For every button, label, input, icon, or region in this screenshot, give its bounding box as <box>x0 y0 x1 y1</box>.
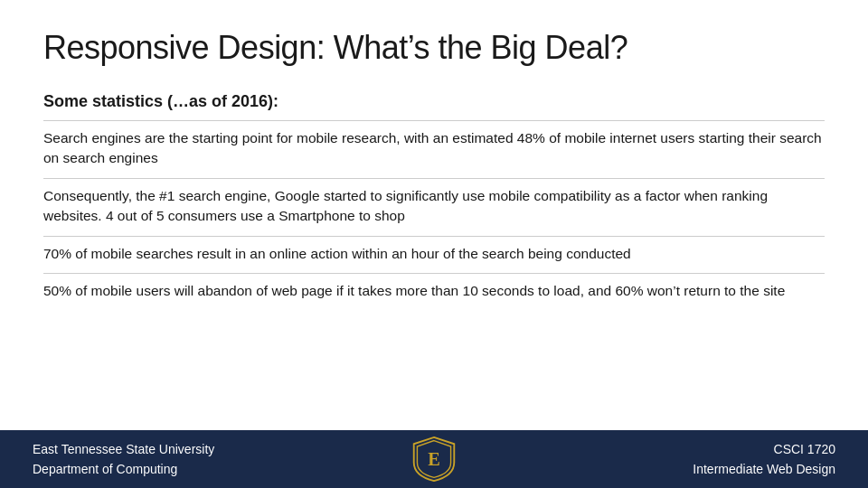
footer-left: East Tennessee State University Departme… <box>33 439 214 480</box>
bullet-item-0: Search engines are the starting point fo… <box>43 120 825 169</box>
slide-title: Responsive Design: What’s the Big Deal? <box>43 29 825 67</box>
footer-university: East Tennessee State University <box>33 439 214 459</box>
main-content: Responsive Design: What’s the Big Deal? … <box>0 0 868 430</box>
svg-text:E: E <box>428 449 440 469</box>
section-heading: Some statistics (…as of 2016): <box>43 92 825 111</box>
etsu-logo-icon: E <box>410 436 458 483</box>
footer-logo-container: E <box>409 434 459 484</box>
footer-right: CSCI 1720 Intermediate Web Design <box>693 439 835 480</box>
bullet-item-2: 70% of mobile searches result in an onli… <box>43 236 825 264</box>
footer: East Tennessee State University Departme… <box>0 430 868 488</box>
footer-department: Department of Computing <box>33 459 214 479</box>
footer-course: CSCI 1720 <box>693 439 835 459</box>
bullet-item-1: Consequently, the #1 search engine, Goog… <box>43 178 825 227</box>
footer-course-name: Intermediate Web Design <box>693 459 835 479</box>
bullet-list: Search engines are the starting point fo… <box>43 120 825 302</box>
bullet-item-3: 50% of mobile users will abandon of web … <box>43 273 825 301</box>
slide-container: Responsive Design: What’s the Big Deal? … <box>0 0 868 488</box>
